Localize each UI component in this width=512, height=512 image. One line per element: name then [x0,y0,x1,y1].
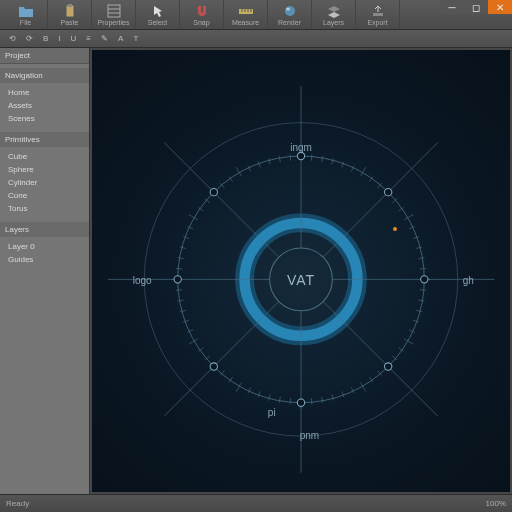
subbar-item-5[interactable]: ≡ [83,34,94,43]
toolbar-label: Export [367,19,387,26]
svg-line-30 [332,394,334,400]
subbar-item-6[interactable]: ✎ [98,34,111,43]
svg-line-65 [258,162,260,168]
ruler-icon [238,4,254,18]
svg-line-52 [176,268,182,269]
svg-point-10 [285,6,295,16]
subbar-item-0[interactable]: ⟲ [6,34,19,43]
canvas-wrap: VAT ingm gh pnm pi logo [90,48,512,494]
layers-icon [326,4,342,18]
toolbar-label: Measure [232,19,259,26]
primitive-item-sphere[interactable]: Sphere [0,163,89,176]
toolbar-render-button[interactable]: Render [268,0,312,29]
window-minimize-button[interactable]: ─ [440,0,464,14]
svg-line-100 [164,302,279,417]
toolbar-label: Properties [98,19,130,26]
svg-line-37 [258,391,260,397]
svg-point-91 [297,152,304,159]
svg-line-18 [416,310,422,312]
clipboard-icon [62,4,78,18]
svg-line-50 [176,290,182,291]
window-maximize-button[interactable]: ◻ [464,0,488,14]
layer-item-guides[interactable]: Guides [0,253,89,266]
panel-section3-header: Layers [0,222,89,237]
panel-title: Project [0,48,89,64]
svg-line-32 [311,398,312,404]
dial-label-bottom: pnm [300,429,319,440]
center-label: VAT [287,272,315,288]
toolbar-select-button[interactable]: Select [136,0,180,29]
nav-item-scenes[interactable]: Scenes [0,112,89,125]
left-panel: Project Navigation HomeAssetsScenes Prim… [0,48,90,494]
magnet-icon [194,4,210,18]
panel-section1: HomeAssetsScenes [0,83,89,128]
status-left: Ready [6,499,29,508]
panel-section2-header: Primitives [0,132,89,147]
canvas[interactable]: VAT ingm gh pnm pi logo [92,50,510,492]
svg-line-73 [342,162,344,168]
toolbar-export-button[interactable]: Export [356,0,400,29]
nav-item-home[interactable]: Home [0,86,89,99]
primitive-item-cone[interactable]: Cone [0,189,89,202]
toolbar-paste-button[interactable]: Paste [48,0,92,29]
svg-point-97 [385,363,392,370]
toolbar-file-button[interactable]: File [4,0,48,29]
primitive-item-cube[interactable]: Cube [0,150,89,163]
sphere-icon [282,4,298,18]
main-toolbar: FilePastePropertiesSelectSnapMeasureRend… [0,0,512,30]
svg-line-31 [322,397,323,403]
layer-item-layer-0[interactable]: Layer 0 [0,240,89,253]
svg-line-53 [178,258,184,259]
subbar-item-2[interactable]: B [40,34,51,43]
subbar-item-8[interactable]: T [130,34,141,43]
svg-line-49 [178,300,184,301]
dial-label-top: ingm [290,142,312,153]
dial-label-left: logo [133,274,152,285]
svg-rect-1 [68,4,72,7]
toolbar-label: Layers [323,19,344,26]
svg-line-67 [279,156,280,162]
properties-icon [106,4,122,18]
svg-line-104 [164,143,279,258]
toolbar-measure-button[interactable]: Measure [224,0,268,29]
nav-item-assets[interactable]: Assets [0,99,89,112]
cursor-icon [150,4,166,18]
panel-section1-header: Navigation [0,68,89,83]
svg-line-72 [332,158,334,164]
subbar-item-4[interactable]: U [68,34,80,43]
svg-line-47 [183,320,189,322]
window-controls: ─ ◻ ✕ [440,0,512,14]
status-zoom: 100% [486,499,506,508]
secondary-toolbar: ⟲⟳BIU≡✎AT [0,30,512,48]
toolbar-snap-button[interactable]: Snap [180,0,224,29]
svg-line-55 [183,236,189,238]
folder-icon [18,4,34,18]
svg-line-86 [420,268,426,269]
svg-point-11 [286,7,290,10]
subbar-item-7[interactable]: A [115,34,126,43]
toolbar-layers-button[interactable]: Layers [312,0,356,29]
svg-line-19 [413,320,419,322]
svg-line-54 [180,247,186,249]
primitive-item-cylinder[interactable]: Cylinder [0,176,89,189]
toolbar-properties-button[interactable]: Properties [92,0,136,29]
toolbar-label: File [20,19,31,26]
window-close-button[interactable]: ✕ [488,0,512,14]
svg-line-70 [311,154,312,160]
svg-point-95 [421,276,428,283]
export-icon [370,4,386,18]
svg-line-83 [413,236,419,238]
svg-line-85 [418,258,424,259]
svg-point-105 [210,189,217,196]
svg-line-34 [290,398,291,404]
svg-line-96 [323,302,438,417]
dial-label-right: gh [463,274,474,285]
svg-line-35 [279,397,280,403]
dial-label-bottom2: pi [268,407,276,418]
subbar-item-1[interactable]: ⟳ [23,34,36,43]
status-bar: Ready 100% [0,494,512,512]
svg-rect-2 [108,5,120,17]
primitive-item-torus[interactable]: Torus [0,202,89,215]
subbar-item-3[interactable]: I [55,34,63,43]
panel-section3: Layer 0Guides [0,237,89,269]
